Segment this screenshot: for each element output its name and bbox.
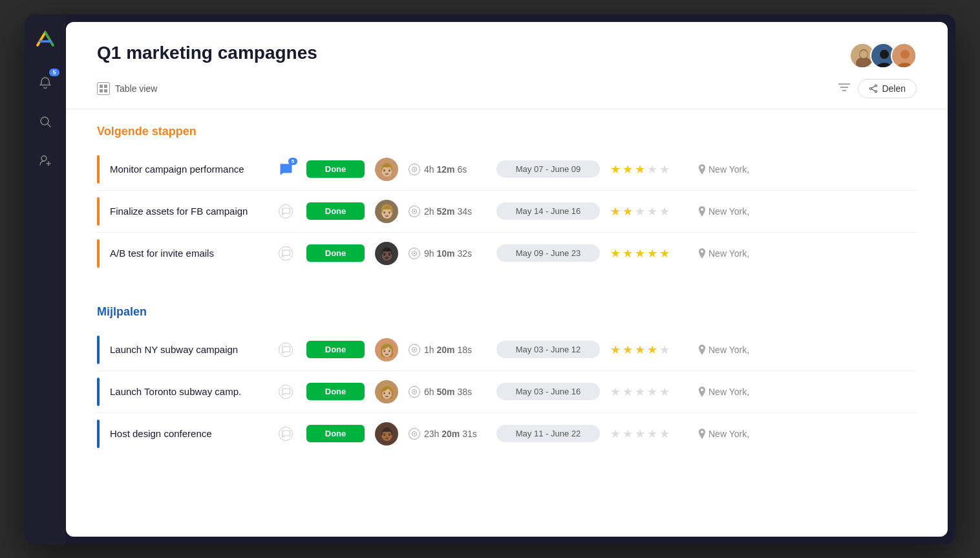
location: New York, xyxy=(698,206,763,217)
star-rating[interactable]: ★★★★★ xyxy=(610,427,688,441)
notifications-icon[interactable]: 5 xyxy=(34,71,57,94)
comment-icon[interactable] xyxy=(275,243,296,264)
star-5[interactable]: ★ xyxy=(659,204,670,219)
user-avatar: 👩🏼 xyxy=(375,380,398,403)
star-3[interactable]: ★ xyxy=(635,385,645,399)
star-4[interactable]: ★ xyxy=(647,162,657,177)
play-icon xyxy=(409,248,420,259)
svg-point-8 xyxy=(880,50,889,59)
sidebar: 5 xyxy=(25,14,66,544)
location-text: New York, xyxy=(708,164,749,175)
header-avatars xyxy=(849,43,917,69)
star-2[interactable]: ★ xyxy=(623,204,633,219)
avatar xyxy=(891,43,917,69)
comment-circle[interactable] xyxy=(279,385,293,399)
star-4[interactable]: ★ xyxy=(647,427,657,441)
star-4[interactable]: ★ xyxy=(647,343,657,357)
search-icon[interactable] xyxy=(34,110,57,133)
star-1[interactable]: ★ xyxy=(610,204,621,219)
status-badge[interactable]: Done xyxy=(306,383,365,400)
time-label: 1h 20m 18s xyxy=(424,345,472,355)
star-rating[interactable]: ★★★★★ xyxy=(610,385,688,399)
svg-rect-13 xyxy=(100,85,103,88)
share-button[interactable]: Delen xyxy=(858,79,917,98)
user-avatar: 👨🏼 xyxy=(375,158,398,181)
star-4[interactable]: ★ xyxy=(647,246,657,261)
table-row: Monitor campaign performance 5 Done👨🏼 4h… xyxy=(97,149,917,191)
location-text: New York, xyxy=(708,206,749,217)
star-2[interactable]: ★ xyxy=(623,385,633,399)
table-row: Host design conference Done👨🏾 23h 20m 31… xyxy=(97,413,917,455)
comment-circle[interactable] xyxy=(279,427,293,441)
star-2[interactable]: ★ xyxy=(623,343,633,357)
svg-rect-15 xyxy=(100,89,103,92)
star-rating[interactable]: ★★★★★ xyxy=(610,204,688,219)
star-3[interactable]: ★ xyxy=(635,427,645,441)
filter-icon[interactable] xyxy=(838,83,850,94)
task-name: A/B test for invite emails xyxy=(110,248,265,259)
svg-point-33 xyxy=(701,250,703,253)
user-avatar: 👩🏼 xyxy=(375,338,398,361)
location-text: New York, xyxy=(708,429,749,439)
add-user-icon[interactable] xyxy=(34,149,57,172)
star-3[interactable]: ★ xyxy=(635,246,645,261)
comment-icon[interactable] xyxy=(275,381,296,402)
location: New York, xyxy=(698,248,763,259)
star-1[interactable]: ★ xyxy=(610,246,621,261)
star-5[interactable]: ★ xyxy=(659,427,670,441)
star-3[interactable]: ★ xyxy=(635,162,645,177)
status-badge[interactable]: Done xyxy=(306,202,365,220)
location-pin-icon xyxy=(698,248,706,259)
time-label: 23h 20m 31s xyxy=(424,429,477,439)
comment-icon[interactable] xyxy=(275,339,296,360)
time-label: 2h 52m 34s xyxy=(424,206,472,217)
star-2[interactable]: ★ xyxy=(623,246,633,261)
section-volgende-stappen: Volgende stappenMonitor campaign perform… xyxy=(66,109,948,290)
star-1[interactable]: ★ xyxy=(610,385,621,399)
star-3[interactable]: ★ xyxy=(635,343,645,357)
svg-marker-29 xyxy=(414,210,416,212)
star-2[interactable]: ★ xyxy=(623,162,633,177)
svg-point-20 xyxy=(875,85,877,87)
star-1[interactable]: ★ xyxy=(610,343,621,357)
location-pin-icon xyxy=(698,164,706,175)
star-4[interactable]: ★ xyxy=(647,204,657,219)
star-5[interactable]: ★ xyxy=(659,246,670,261)
star-rating[interactable]: ★★★★★ xyxy=(610,162,688,177)
star-5[interactable]: ★ xyxy=(659,385,670,399)
toolbar: Table view xyxy=(66,69,948,109)
comment-icon[interactable]: 5 xyxy=(275,159,296,180)
row-border xyxy=(97,336,100,364)
comment-icon[interactable] xyxy=(275,424,296,444)
star-1[interactable]: ★ xyxy=(610,162,621,177)
location-text: New York, xyxy=(708,387,749,397)
task-name: Monitor campaign performance xyxy=(110,164,265,175)
star-5[interactable]: ★ xyxy=(659,343,670,357)
star-4[interactable]: ★ xyxy=(647,385,657,399)
star-2[interactable]: ★ xyxy=(623,427,633,441)
status-badge[interactable]: Done xyxy=(306,160,365,178)
date-range: May 14 - June 16 xyxy=(496,202,600,220)
location-text: New York, xyxy=(708,345,749,355)
star-rating[interactable]: ★★★★★ xyxy=(610,343,688,357)
table-view-icon xyxy=(97,82,110,95)
status-badge[interactable]: Done xyxy=(306,425,365,442)
notification-badge: 5 xyxy=(49,69,59,76)
play-icon xyxy=(409,386,420,398)
play-icon xyxy=(409,206,420,217)
star-1[interactable]: ★ xyxy=(610,427,621,441)
comment-circle[interactable] xyxy=(279,343,293,357)
comment-badge: 5 xyxy=(288,158,297,165)
comment-icon[interactable] xyxy=(275,201,296,222)
star-3[interactable]: ★ xyxy=(635,204,645,219)
star-5[interactable]: ★ xyxy=(659,162,670,177)
row-border xyxy=(97,155,100,184)
status-badge[interactable]: Done xyxy=(306,341,365,358)
star-rating[interactable]: ★★★★★ xyxy=(610,246,688,261)
time-label: 4h 12m 6s xyxy=(424,164,467,175)
comment-circle[interactable] xyxy=(279,246,293,261)
status-badge[interactable]: Done xyxy=(306,244,365,262)
table-view-toggle[interactable]: Table view xyxy=(97,82,157,95)
comment-circle[interactable] xyxy=(279,204,293,219)
location-pin-icon xyxy=(698,429,706,439)
